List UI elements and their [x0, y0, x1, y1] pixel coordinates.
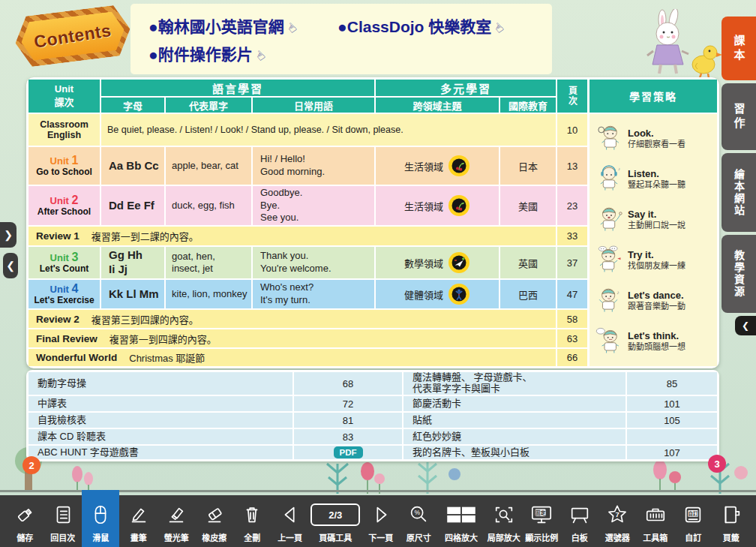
sidebar-tab-teaching-resources[interactable]: 教學資源	[722, 235, 756, 313]
zoom-region-icon	[493, 500, 515, 529]
whiteboard-icon	[568, 500, 591, 529]
unit4-words: kite, lion, monkey	[166, 280, 251, 308]
page-number: 13	[557, 147, 587, 185]
unit2-letters: Dd Ee Ff	[101, 186, 164, 225]
unit2-country: 美國	[500, 186, 556, 225]
link-hanlin-english-site[interactable]: ●翰林國小英語官網☝	[148, 14, 296, 37]
unit4-letters: Kk Ll Mm	[101, 280, 164, 308]
bottom-toolbar: 儲存 回目次 滑鼠 畫筆 螢光筆 橡皮擦 全刪 上一頁 2/3 頁碼工具 下一	[0, 495, 756, 547]
pencil-icon	[128, 500, 150, 529]
appendix-item: 我的名牌卡、墊板與小白板	[404, 446, 626, 459]
header-letters: 字母	[101, 98, 164, 113]
contents-banner: Contents	[12, 4, 133, 68]
unit1-domain: 生活領域	[376, 147, 499, 185]
appendix-item: 魔法轉轉盤、 字母遊戲卡、 代表單字字卡與圖卡	[404, 372, 626, 395]
strategy-listen: ♪ Listen.豎起耳朵聽一聽	[596, 164, 712, 194]
appendix-page: 83	[294, 429, 402, 444]
header-page: 頁次	[557, 80, 587, 113]
unit1-phrases: Hi! / Hello! Good morning.	[253, 147, 374, 185]
link-attachment-video[interactable]: ●附件操作影片☝	[148, 42, 264, 65]
page-number-tool[interactable]: 2/3 頁碼工具	[309, 495, 362, 547]
appendix-item: 節慶活動卡	[404, 396, 626, 411]
chevron-right-icon: ❯	[4, 229, 13, 241]
mouse-icon	[89, 500, 112, 529]
highlighter-tool-button[interactable]: 螢光筆	[158, 495, 195, 547]
page-tabs-button[interactable]: 頁籤	[712, 495, 750, 547]
classroom-english-label: Classroom English	[28, 114, 100, 146]
monitor-fixed-icon: 固定	[530, 500, 554, 529]
header-learning-strategy: 學習策略	[590, 80, 717, 113]
previous-page-button[interactable]: 上一頁	[271, 495, 308, 547]
custom-badge-icon: 自訂	[682, 500, 704, 529]
number-picker-button[interactable]: 7 選號器	[598, 495, 636, 547]
sidebar-collapse-button[interactable]: ❮	[735, 316, 756, 335]
appendix-page: 72	[294, 396, 402, 411]
page-number-marker-left: 2	[22, 456, 40, 474]
ebook-reader-screen: Contents ●翰林國小英語官網☝ ●ClassDojo 快樂教室☝ ●附件…	[0, 0, 756, 547]
svg-text:♪: ♪	[616, 290, 619, 295]
back-to-contents-button[interactable]: 回目次	[44, 495, 81, 547]
magnifier-robot-icon	[596, 124, 622, 154]
sidebar-tab-textbook[interactable]: 課本	[722, 17, 756, 80]
sidebar-tab-workbook[interactable]: 習作	[722, 83, 756, 150]
strategy-lets-dance: ♪ Let's dance.跟著音樂動一動	[596, 286, 712, 316]
page-number: 10	[557, 114, 587, 146]
previous-page-edge-button[interactable]: ❮	[3, 253, 18, 278]
unit3-domain: 數學領域	[376, 247, 499, 278]
appendix-page	[627, 429, 717, 444]
svg-text:固定: 固定	[536, 509, 547, 516]
whiteboard-button[interactable]: 白板	[561, 495, 598, 547]
four-pane-zoom-button[interactable]: 四格放大	[438, 495, 485, 547]
page-number: 66	[557, 349, 587, 366]
unit4-label: Unit 4 Let's Exercise	[28, 280, 100, 308]
svg-text:7: 7	[616, 511, 620, 518]
save-button[interactable]: 儲存	[6, 495, 44, 547]
appendix-page: 107	[627, 446, 717, 459]
save-icon	[14, 500, 36, 529]
partial-zoom-button[interactable]: 局部放大	[485, 495, 523, 547]
unit3-phrases: Thank you. You're welcome.	[253, 247, 374, 278]
final-review-row: Final Review複習第一到四課的內容。	[28, 329, 556, 347]
strategy-look: Look.仔細觀察看一看	[596, 124, 712, 154]
contents-table-card: Unit 課次 語言學習 多元學習 頁次 字母 代表單字 日常用語 跨領域主題 …	[26, 77, 719, 368]
review1-row: Review 1複習第一到二課的內容。	[28, 227, 556, 245]
pen-tool-button[interactable]: 畫筆	[119, 495, 157, 547]
page-number: 63	[557, 329, 587, 347]
dancing-robot-icon: ♪	[596, 286, 622, 316]
appendix-page: 85	[627, 372, 717, 395]
toolbox-button[interactable]: 工具箱	[637, 495, 674, 547]
link-classdojo[interactable]: ●ClassDojo 快樂教室☝	[338, 14, 503, 37]
eraser-tool-button[interactable]: 橡皮擦	[195, 495, 232, 547]
svg-text:自訂: 自訂	[688, 510, 699, 517]
headphones-robot-icon: ♪	[596, 164, 622, 194]
wonderful-world-row: Wonderful WorldChristmas 耶誕節	[28, 349, 556, 366]
appendix-item: 貼紙	[404, 413, 626, 428]
appendix-page: 101	[627, 396, 717, 411]
chevron-left-icon: ❮	[742, 320, 749, 331]
contents-list-icon	[52, 500, 74, 529]
learning-strategies-panel: 學習策略 Look.仔細觀察看一看 ♪ Listen.豎起耳朵聽一聽 Say i…	[590, 80, 717, 366]
next-page-button[interactable]: 下一頁	[362, 495, 400, 547]
sidebar-tab-picturebook-site[interactable]: 繪本網站	[722, 153, 756, 232]
pdf-badge[interactable]: PDF	[334, 446, 363, 458]
thinking-robot-icon	[596, 326, 622, 356]
mouse-tool-button[interactable]: 滑鼠	[82, 490, 119, 547]
appendix-item: 動動字母操	[28, 372, 292, 395]
page-number: 58	[557, 310, 587, 328]
header-daily-phrases: 日常用語	[253, 98, 374, 113]
page-indicator[interactable]: 2/3	[310, 503, 360, 526]
strategy-try-it: Try it.找個朋友練一練	[596, 245, 712, 275]
four-grid-icon	[446, 500, 477, 529]
expand-left-panel-button[interactable]: ❯	[0, 222, 16, 248]
display-ratio-button[interactable]: 固定 顯示比例	[523, 495, 560, 547]
original-size-button[interactable]: % 原尺寸	[400, 495, 437, 547]
speaking-robot-icon	[596, 205, 622, 235]
triangle-left-icon	[279, 500, 302, 529]
unit4-domain: 健體領域	[376, 280, 499, 308]
delete-all-button[interactable]: 全刪	[233, 495, 271, 547]
header-cross-domain: 跨領域主題	[376, 98, 499, 113]
unit3-letters: Gg Hh Ii Jj	[101, 247, 164, 278]
customize-button[interactable]: 自訂 自訂	[674, 495, 712, 547]
page-number-marker-right: 3	[708, 455, 726, 473]
unit1-words: apple, bear, cat	[166, 147, 251, 185]
